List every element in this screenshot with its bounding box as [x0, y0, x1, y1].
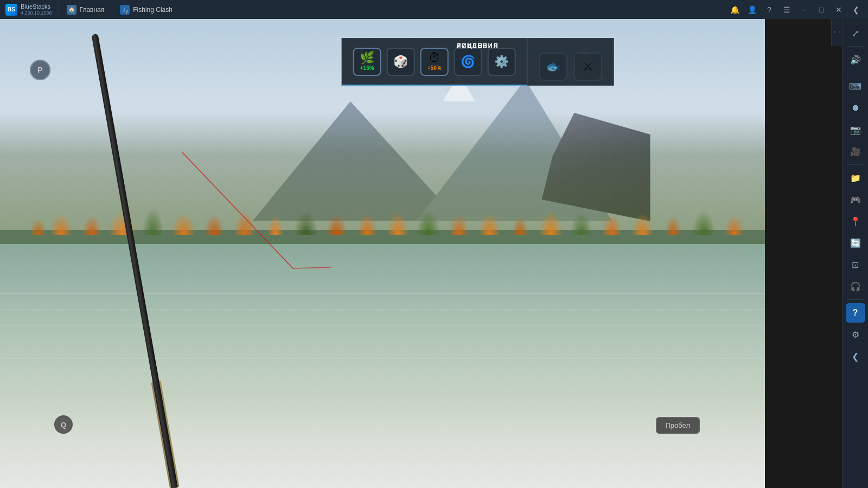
bluestacks-name: BlueStacks — [21, 3, 52, 10]
bluestacks-logo: BS BlueStacks 4.230.10.1008 — [0, 3, 58, 16]
tab-game[interactable]: 🎣 Fishing Clash — [113, 0, 179, 19]
tab-license[interactable]: ЛИЦЕНЗИЯ 🐟 ⚔ — [527, 38, 614, 86]
license-tab-label: ЛИЦЕНЗИЯ — [457, 42, 499, 49]
title-bar: BS BlueStacks 4.230.10.1008 🏠 Главная 🎣 … — [0, 0, 868, 19]
spacebar-label: Пробел — [666, 421, 691, 429]
video-icon[interactable]: 🎥 — [846, 142, 865, 161]
license-items: 🐟 ⚔ — [539, 53, 602, 81]
boost-label-3: +50% — [427, 65, 442, 71]
water — [0, 244, 765, 488]
back-icon[interactable]: ❮ — [846, 346, 865, 366]
folder-icon[interactable]: 📁 — [846, 168, 865, 188]
keyboard-icon[interactable]: ⌨ — [846, 76, 865, 96]
water-ripple — [0, 244, 765, 488]
maximize-button[interactable]: □ — [814, 2, 829, 17]
right-sidebar: ⤢ 🔊 ⌨ ⏺ 📷 🎥 📁 🎮 📍 🔄 ⊡ 🎧 ? ⚙ ❮ — [842, 19, 868, 488]
boost-items: 🌿 +15% 🎲 ⏱ +50% 🌀 ⚙️ — [353, 48, 516, 76]
tab-boosts[interactable]: 🌿 +15% 🎲 ⏱ +50% 🌀 ⚙️ — [342, 38, 527, 86]
boost-item-1[interactable]: 🌿 +15% — [353, 48, 381, 76]
help-ctrl-icon[interactable]: ? — [762, 2, 777, 17]
tab-home[interactable]: 🏠 Главная — [60, 0, 111, 19]
q-label: Q — [61, 421, 66, 429]
boost-item-3[interactable]: ⏱ +50% — [420, 48, 449, 76]
bluestacks-info: BlueStacks 4.230.10.1008 — [21, 3, 52, 16]
minimize-button[interactable]: − — [796, 2, 812, 17]
close-button[interactable]: ✕ — [831, 2, 846, 17]
resize-icon[interactable]: ⊡ — [846, 255, 865, 274]
boost-item-4[interactable]: 🌀 — [454, 48, 482, 76]
license-item-1[interactable]: 🐟 — [539, 53, 567, 81]
headset-icon[interactable]: 🎧 — [846, 277, 865, 296]
rotate-icon[interactable]: 🔄 — [846, 233, 865, 253]
spacebar-button[interactable]: Пробел — [656, 417, 700, 434]
tab-divider-2 — [112, 2, 112, 17]
help-sidebar-icon[interactable]: ? — [846, 303, 865, 323]
location-icon[interactable]: 📍 — [846, 211, 865, 231]
boost-icon-2: 🎲 — [393, 56, 408, 68]
window-controls: 🔔 👤 ? ☰ − □ ✕ ❮ — [727, 2, 868, 17]
sidebar-divider-3 — [847, 164, 864, 165]
boost-icon-5: ⚙️ — [494, 56, 509, 68]
boost-icon-3: ⏱ — [429, 52, 441, 64]
expand-icon: ⋮⋮ — [832, 30, 843, 36]
boost-item-2[interactable]: 🎲 — [387, 48, 415, 76]
avatar-label: P — [37, 66, 42, 74]
game-tab-icon: 🎣 — [120, 5, 130, 15]
boost-item-5[interactable]: ⚙️ — [488, 48, 516, 76]
home-tab-icon: 🏠 — [67, 5, 76, 15]
collapse-button[interactable]: ❮ — [848, 2, 864, 17]
license-icon-2: ⚔ — [583, 60, 593, 74]
game-scene: P Q Пробел — [0, 19, 765, 488]
settings-icon[interactable]: ⚙ — [846, 325, 865, 344]
top-panel: 🌿 +15% 🎲 ⏱ +50% 🌀 ⚙️ — [342, 38, 614, 86]
gamepad-icon[interactable]: 🎮 — [846, 190, 865, 209]
fullscreen-icon[interactable]: ⤢ — [846, 23, 865, 43]
game-area: P Q Пробел 🌿 +15% 🎲 — [0, 19, 765, 488]
boost-icon-1: 🌿 — [360, 52, 374, 64]
screenshot-icon[interactable]: 📷 — [846, 120, 865, 139]
menu-icon[interactable]: ☰ — [779, 2, 794, 17]
tab-divider-1 — [59, 2, 59, 17]
home-tab-label: Главная — [80, 6, 105, 14]
license-icon-1: 🐟 — [546, 60, 560, 74]
bell-icon[interactable]: 🔔 — [727, 2, 742, 17]
profile-icon[interactable]: 👤 — [744, 2, 760, 17]
avatar-button[interactable]: P — [30, 60, 50, 80]
sidebar-divider-4 — [847, 299, 864, 300]
sidebar-divider-1 — [847, 46, 864, 47]
q-button[interactable]: Q — [54, 415, 73, 434]
volume-icon[interactable]: 🔊 — [846, 50, 865, 69]
sidebar-divider-2 — [847, 73, 864, 73]
bluestacks-version: 4.230.10.1008 — [21, 10, 52, 16]
license-item-2[interactable]: ⚔ — [574, 53, 602, 81]
boost-icon-4: 🌀 — [461, 56, 475, 68]
record-icon[interactable]: ⏺ — [846, 98, 865, 118]
boost-label-1: +15% — [360, 65, 374, 71]
bluestacks-icon: BS — [5, 4, 17, 16]
game-tab-label: Fishing Clash — [133, 6, 173, 14]
expand-button[interactable]: ⋮⋮ — [831, 19, 842, 46]
